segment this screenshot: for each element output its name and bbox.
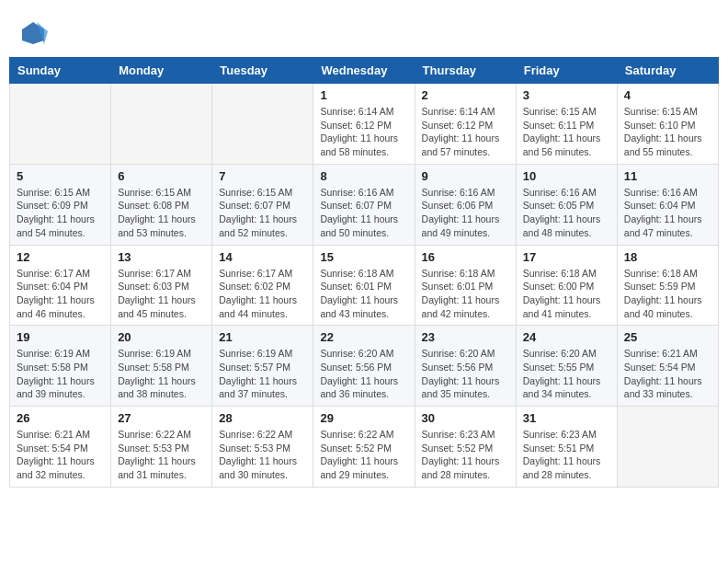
calendar-body: 1Sunrise: 6:14 AM Sunset: 6:12 PM Daylig… [10,84,719,488]
calendar-week-row: 19Sunrise: 6:19 AM Sunset: 5:58 PM Dayli… [10,326,719,407]
day-info: Sunrise: 6:15 AM Sunset: 6:10 PM Dayligh… [624,105,711,159]
calendar-cell: 18Sunrise: 6:18 AM Sunset: 5:59 PM Dayli… [617,245,718,326]
day-number: 28 [219,411,306,425]
day-number: 4 [624,88,711,102]
calendar-cell: 27Sunrise: 6:22 AM Sunset: 5:53 PM Dayli… [111,407,212,488]
day-info: Sunrise: 6:22 AM Sunset: 5:53 PM Dayligh… [118,428,205,482]
day-number: 26 [17,411,104,425]
day-number: 12 [17,250,104,264]
calendar-cell: 11Sunrise: 6:16 AM Sunset: 6:04 PM Dayli… [617,164,718,245]
day-number: 2 [422,88,509,102]
day-info: Sunrise: 6:19 AM Sunset: 5:58 PM Dayligh… [17,347,104,401]
day-number: 9 [422,169,509,183]
day-number: 14 [219,250,306,264]
day-info: Sunrise: 6:18 AM Sunset: 6:01 PM Dayligh… [320,267,407,321]
day-number: 6 [118,169,205,183]
day-number: 5 [17,169,104,183]
calendar-cell: 19Sunrise: 6:19 AM Sunset: 5:58 PM Dayli… [10,326,111,407]
day-number: 18 [624,250,711,264]
col-monday: Monday [111,58,212,84]
col-friday: Friday [516,58,617,84]
calendar-cell: 5Sunrise: 6:15 AM Sunset: 6:09 PM Daylig… [10,164,111,245]
day-info: Sunrise: 6:15 AM Sunset: 6:09 PM Dayligh… [17,186,104,240]
logo [18,18,51,48]
calendar-cell: 16Sunrise: 6:18 AM Sunset: 6:01 PM Dayli… [415,245,516,326]
day-number: 21 [219,330,306,344]
day-number: 15 [320,250,407,264]
calendar-cell: 30Sunrise: 6:23 AM Sunset: 5:52 PM Dayli… [415,407,516,488]
day-number: 17 [523,250,610,264]
day-info: Sunrise: 6:15 AM Sunset: 6:11 PM Dayligh… [523,105,610,159]
calendar-cell: 12Sunrise: 6:17 AM Sunset: 6:04 PM Dayli… [10,245,111,326]
day-number: 3 [523,88,610,102]
day-number: 10 [523,169,610,183]
day-info: Sunrise: 6:17 AM Sunset: 6:03 PM Dayligh… [118,267,205,321]
day-info: Sunrise: 6:16 AM Sunset: 6:07 PM Dayligh… [320,186,407,240]
day-info: Sunrise: 6:22 AM Sunset: 5:52 PM Dayligh… [320,428,407,482]
calendar-cell: 7Sunrise: 6:15 AM Sunset: 6:07 PM Daylig… [212,164,313,245]
day-info: Sunrise: 6:18 AM Sunset: 6:01 PM Dayligh… [422,267,509,321]
calendar-cell [617,407,718,488]
day-info: Sunrise: 6:20 AM Sunset: 5:56 PM Dayligh… [320,347,407,401]
calendar-cell: 28Sunrise: 6:22 AM Sunset: 5:53 PM Dayli… [212,407,313,488]
day-number: 27 [118,411,205,425]
header-row: Sunday Monday Tuesday Wednesday Thursday… [10,58,719,84]
day-number: 25 [624,330,711,344]
calendar-cell: 9Sunrise: 6:16 AM Sunset: 6:06 PM Daylig… [415,164,516,245]
logo-icon [18,18,48,48]
calendar-cell: 6Sunrise: 6:15 AM Sunset: 6:08 PM Daylig… [111,164,212,245]
day-info: Sunrise: 6:22 AM Sunset: 5:53 PM Dayligh… [219,428,306,482]
col-thursday: Thursday [415,58,516,84]
day-info: Sunrise: 6:21 AM Sunset: 5:54 PM Dayligh… [624,347,711,401]
day-info: Sunrise: 6:21 AM Sunset: 5:54 PM Dayligh… [17,428,104,482]
day-info: Sunrise: 6:18 AM Sunset: 6:00 PM Dayligh… [523,267,610,321]
col-tuesday: Tuesday [212,58,313,84]
day-number: 30 [422,411,509,425]
calendar-cell: 20Sunrise: 6:19 AM Sunset: 5:58 PM Dayli… [111,326,212,407]
day-number: 16 [422,250,509,264]
calendar-week-row: 1Sunrise: 6:14 AM Sunset: 6:12 PM Daylig… [10,84,719,165]
calendar-cell [212,84,313,165]
calendar-cell: 25Sunrise: 6:21 AM Sunset: 5:54 PM Dayli… [617,326,718,407]
calendar-cell: 14Sunrise: 6:17 AM Sunset: 6:02 PM Dayli… [212,245,313,326]
calendar-cell [10,84,111,165]
day-info: Sunrise: 6:20 AM Sunset: 5:56 PM Dayligh… [422,347,509,401]
calendar-cell: 1Sunrise: 6:14 AM Sunset: 6:12 PM Daylig… [313,84,415,165]
day-info: Sunrise: 6:16 AM Sunset: 6:06 PM Dayligh… [422,186,509,240]
col-wednesday: Wednesday [313,58,415,84]
calendar-header: Sunday Monday Tuesday Wednesday Thursday… [10,58,719,84]
calendar-cell: 13Sunrise: 6:17 AM Sunset: 6:03 PM Dayli… [111,245,212,326]
day-info: Sunrise: 6:20 AM Sunset: 5:55 PM Dayligh… [523,347,610,401]
calendar-cell: 24Sunrise: 6:20 AM Sunset: 5:55 PM Dayli… [516,326,617,407]
day-info: Sunrise: 6:19 AM Sunset: 5:58 PM Dayligh… [118,347,205,401]
day-number: 29 [320,411,407,425]
calendar-week-row: 12Sunrise: 6:17 AM Sunset: 6:04 PM Dayli… [10,245,719,326]
day-info: Sunrise: 6:18 AM Sunset: 5:59 PM Dayligh… [624,267,711,321]
day-number: 7 [219,169,306,183]
day-number: 22 [320,330,407,344]
calendar-cell: 23Sunrise: 6:20 AM Sunset: 5:56 PM Dayli… [415,326,516,407]
day-info: Sunrise: 6:19 AM Sunset: 5:57 PM Dayligh… [219,347,306,401]
day-info: Sunrise: 6:17 AM Sunset: 6:04 PM Dayligh… [17,267,104,321]
day-info: Sunrise: 6:16 AM Sunset: 6:04 PM Dayligh… [624,186,711,240]
day-info: Sunrise: 6:16 AM Sunset: 6:05 PM Dayligh… [523,186,610,240]
calendar-cell [111,84,212,165]
col-saturday: Saturday [617,58,718,84]
day-number: 13 [118,250,205,264]
day-number: 19 [17,330,104,344]
calendar-cell: 2Sunrise: 6:14 AM Sunset: 6:12 PM Daylig… [415,84,516,165]
calendar-cell: 29Sunrise: 6:22 AM Sunset: 5:52 PM Dayli… [313,407,415,488]
day-info: Sunrise: 6:17 AM Sunset: 6:02 PM Dayligh… [219,267,306,321]
day-info: Sunrise: 6:15 AM Sunset: 6:07 PM Dayligh… [219,186,306,240]
day-number: 31 [523,411,610,425]
col-sunday: Sunday [10,58,111,84]
day-info: Sunrise: 6:14 AM Sunset: 6:12 PM Dayligh… [422,105,509,159]
day-info: Sunrise: 6:15 AM Sunset: 6:08 PM Dayligh… [118,186,205,240]
day-number: 1 [320,88,407,102]
calendar-cell: 3Sunrise: 6:15 AM Sunset: 6:11 PM Daylig… [516,84,617,165]
calendar-cell: 26Sunrise: 6:21 AM Sunset: 5:54 PM Dayli… [10,407,111,488]
calendar-cell: 21Sunrise: 6:19 AM Sunset: 5:57 PM Dayli… [212,326,313,407]
day-number: 8 [320,169,407,183]
day-number: 23 [422,330,509,344]
day-number: 20 [118,330,205,344]
